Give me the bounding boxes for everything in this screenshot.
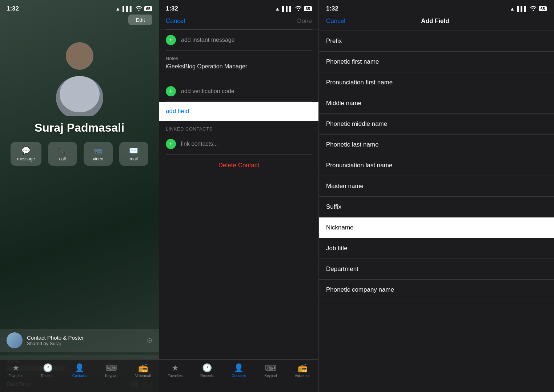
cancel-button-3[interactable]: Cancel [326,17,345,25]
signal-icon-2: ▌▌▌ [282,6,293,12]
battery-icon-2: 65 [304,6,312,11]
favorites-label-2: Favorites [168,374,182,378]
panel3-field-list: Prefix Phonetic first name Pronunciation… [319,31,554,392]
add-field-text: add field [166,108,189,115]
field-phonetic-middle[interactable]: Phonetic middle name [319,114,554,135]
tab-favorites-2[interactable]: ★ Favorites [159,363,191,378]
field-job-title-name: Job title [326,245,348,252]
add-instant-message-text: add instant message [181,37,235,43]
field-suffix-name: Suffix [326,203,341,210]
tab-bar-2: ★ Favorites 🕐 Recents 👤 Contacts ⌨ Keypa… [159,359,318,392]
location-icon-3: ▲ [510,6,515,12]
contact-poster-row[interactable]: Contact Photo & Poster Shared by Suraj ⊙ [0,329,159,352]
link-contacts-row[interactable]: + link contacts... [159,134,318,154]
panel2-scroll: + add instant message Notes iGeeksBlog O… [159,29,318,359]
location-icon-1: ▲ [115,6,120,12]
field-phonetic-first-name: Phonetic first name [326,58,379,65]
wifi-icon-2 [295,6,302,12]
field-maiden-name[interactable]: Maiden name [319,176,554,197]
field-job-title[interactable]: Job title [319,238,554,259]
add-verification-row[interactable]: + add verification code [159,81,318,101]
field-pronunciation-last[interactable]: Pronunciation last name [319,155,554,176]
contacts-icon-1: 👤 [75,363,84,373]
svg-point-2 [60,76,100,112]
svg-point-0 [66,42,93,70]
voicemail-icon-2: 📻 [298,363,308,373]
mail-button[interactable]: ✉️ mail [119,142,148,166]
link-contacts-text: link contacts... [181,141,218,147]
field-phonetic-company-name: Phonetic company name [326,286,394,293]
notes-section: Notes iGeeksBlog Operation Manager [159,51,318,81]
tab-voicemail-1[interactable]: 📻 Voicemail [127,363,159,378]
field-prefix[interactable]: Prefix [319,31,554,52]
panel1-contact-view: 1:32 ▲ ▌▌▌ 65 Edit [0,0,159,392]
message-button[interactable]: 💬 message [11,142,41,166]
contacts-label-1: Contacts [72,374,87,378]
tab-recents-2[interactable]: 🕐 Recents [191,363,223,378]
wifi-icon-1 [136,6,142,12]
cancel-button-2[interactable]: Cancel [166,17,185,25]
poster-avatar [7,332,23,348]
delete-contact-text: Delete Contact [218,162,259,169]
keypad-label-2: Keypad [265,374,277,378]
contacts-icon-2: 👤 [234,363,244,373]
link-contacts-icon: + [166,139,176,149]
field-pronunciation-first[interactable]: Pronunciation first name [319,72,554,93]
field-nickname[interactable]: Nickname [319,217,554,238]
tab-contacts-1[interactable]: 👤 Contacts [64,363,95,378]
person-svg [47,36,112,116]
tab-keypad-1[interactable]: ⌨ Keypad [95,363,127,378]
add-instant-message-row[interactable]: + add instant message [159,30,318,50]
field-suffix[interactable]: Suffix [319,197,554,217]
person-photo-area: Suraj Padmasali 💬 message 📞 call 📹 video… [0,29,159,329]
tab-bar-1: ★ Favorites 🕐 Recents 👤 Contacts ⌨ Keypa… [0,359,159,392]
edit-button[interactable]: Edit [128,15,152,25]
nav-bar-2: Cancel Done [159,15,318,29]
recents-label-2: Recents [200,374,214,378]
field-phonetic-company[interactable]: Phonetic company name [319,280,554,300]
tab-favorites-1[interactable]: ★ Favorites [0,363,32,378]
mail-label: mail [130,156,138,161]
field-phonetic-first[interactable]: Phonetic first name [319,52,554,72]
poster-info: Contact Photo & Poster Shared by Suraj [27,335,147,346]
contacts-label-2: Contacts [232,374,246,378]
done-button-2[interactable]: Done [297,17,312,25]
field-phonetic-last[interactable]: Phonetic last name [319,135,554,155]
field-middle-name[interactable]: Middle name [319,93,554,114]
recents-label-1: Recents [41,374,55,378]
delete-contact-button[interactable]: Delete Contact [159,155,318,176]
keypad-icon-2: ⌨ [265,363,277,373]
field-prefix-name: Prefix [326,37,342,44]
mail-icon: ✉️ [129,146,138,155]
status-icons-3: ▲ ▌▌▌ 65 [510,6,547,12]
keypad-icon-1: ⌨ [105,363,117,373]
call-label: call [59,156,66,161]
field-nickname-name: Nickname [326,224,354,231]
status-bar-2: 1:32 ▲ ▌▌▌ 65 [159,0,318,15]
linked-contacts-section: LINKED CONTACTS + link contacts... [159,121,318,154]
recents-icon-1: 🕐 [43,363,53,373]
video-button[interactable]: 📹 video [84,142,113,166]
battery-icon-3: 65 [539,6,547,11]
field-department[interactable]: Department [319,259,554,280]
status-bar-1: 1:32 ▲ ▌▌▌ 65 [0,0,159,15]
bottom-spacer-3 [319,300,554,315]
linked-contacts-header: LINKED CONTACTS [159,121,318,134]
add-field-row[interactable]: add field [159,102,318,121]
notes-content: iGeeksBlog Operation Manager [166,63,312,70]
wifi-icon-3 [530,6,537,12]
call-button[interactable]: 📞 call [48,142,77,166]
status-icons-2: ▲ ▌▌▌ 65 [275,6,312,12]
tab-voicemail-2[interactable]: 📻 Voicemail [286,363,318,378]
favorites-label-1: Favorites [8,374,23,378]
message-icon: 💬 [21,146,31,155]
tab-recents-1[interactable]: 🕐 Recents [32,363,63,378]
signal-icon-3: ▌▌▌ [517,6,528,12]
video-icon: 📹 [93,146,103,155]
field-pronunciation-last-name: Pronunciation last name [326,162,392,169]
add-verification-icon: + [166,86,176,96]
tab-keypad-2[interactable]: ⌨ Keypad [255,363,287,378]
field-department-name: Department [326,265,358,272]
tab-contacts-2[interactable]: 👤 Contacts [223,363,255,378]
add-instant-message-icon: + [166,35,176,45]
